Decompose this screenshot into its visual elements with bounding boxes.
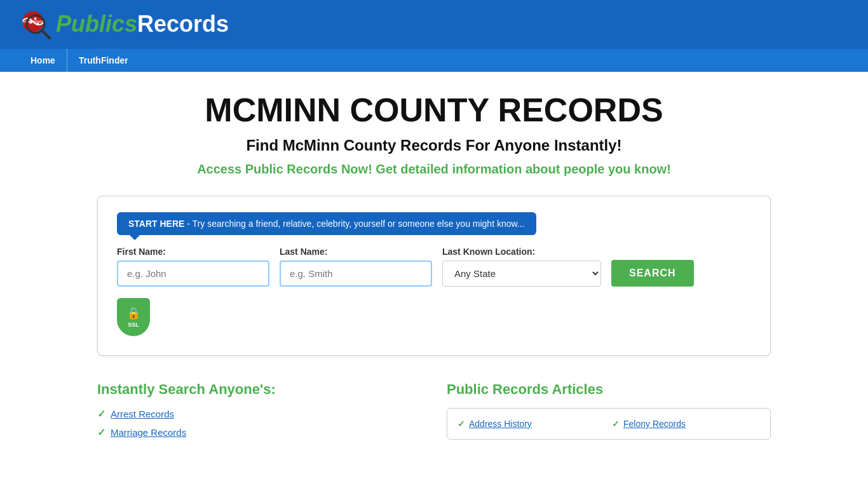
felony-records-link[interactable]: Felony Records — [623, 419, 686, 429]
first-name-group: First Name: — [117, 247, 269, 287]
articles-section: Public Records Articles ✓ Address Histor… — [447, 381, 771, 445]
site-header: ★ ★ ★ PublicsRecords — [0, 0, 868, 48]
article-item-felony: ✓ Felony Records — [612, 419, 760, 429]
svg-line-6 — [42, 30, 50, 38]
location-group: Last Known Location: Any State Alabama A… — [442, 247, 601, 287]
search-button[interactable]: SEARCH — [611, 260, 694, 287]
list-item-arrest: ✓ Arrest Records — [97, 408, 421, 420]
arrest-records-link[interactable]: Arrest Records — [111, 409, 174, 419]
tooltip-bar: START HERE - Try searching a friend, rel… — [117, 212, 536, 235]
lock-icon: 🔒 — [126, 306, 140, 320]
last-name-input[interactable] — [280, 261, 432, 287]
check-icon-marriage: ✓ — [97, 426, 105, 438]
first-name-input[interactable] — [117, 261, 269, 287]
state-select[interactable]: Any State Alabama Alaska Arizona Arkansa… — [442, 261, 601, 287]
articles-grid: ✓ Address History ✓ Felony Records — [458, 419, 760, 429]
nav-link-home[interactable]: Home — [19, 49, 67, 72]
address-history-link[interactable]: Address History — [469, 419, 532, 429]
tooltip-text: - Try searching a friend, relative, cele… — [187, 219, 524, 229]
logo-text: PublicsRecords — [56, 11, 229, 37]
nav-item-home[interactable]: Home — [19, 49, 67, 72]
nav-link-truthfinder[interactable]: TruthFinder — [67, 49, 140, 72]
article-item-address: ✓ Address History — [458, 419, 606, 429]
ssl-badge: 🔒 SSL — [117, 298, 751, 336]
records-list: ✓ Arrest Records ✓ Marriage Records — [97, 408, 421, 438]
bottom-sections: Instantly Search Anyone's: ✓ Arrest Reco… — [97, 381, 771, 445]
nav-item-truthfinder[interactable]: TruthFinder — [67, 49, 140, 72]
ssl-shield: 🔒 SSL — [117, 298, 150, 336]
last-name-label: Last Name: — [280, 247, 432, 257]
list-item-marriage: ✓ Marriage Records — [97, 426, 421, 438]
search-box: START HERE - Try searching a friend, rel… — [97, 196, 771, 356]
marriage-records-link[interactable]: Marriage Records — [111, 427, 186, 438]
page-subtitle: Find McMinn County Records For Anyone In… — [97, 137, 771, 154]
page-tagline: Access Public Records Now! Get detailed … — [97, 162, 771, 177]
articles-title: Public Records Articles — [447, 381, 771, 398]
last-name-group: Last Name: — [280, 247, 432, 287]
instantly-search-title: Instantly Search Anyone's: — [97, 381, 421, 398]
page-title: MCMINN COUNTY RECORDS — [97, 91, 771, 129]
main-content: MCMINN COUNTY RECORDS Find McMinn County… — [85, 72, 783, 464]
logo-icon: ★ ★ ★ — [19, 8, 52, 41]
check-icon-felony: ✓ — [612, 419, 620, 429]
articles-box: ✓ Address History ✓ Felony Records — [447, 408, 771, 440]
svg-text:★: ★ — [36, 21, 40, 27]
first-name-label: First Name: — [117, 247, 269, 257]
logo: ★ ★ ★ PublicsRecords — [19, 8, 229, 41]
check-icon-arrest: ✓ — [97, 408, 105, 420]
search-fields: First Name: Last Name: Last Known Locati… — [117, 247, 751, 287]
check-icon-address: ✓ — [458, 419, 465, 429]
main-nav: Home TruthFinder — [0, 48, 868, 72]
instantly-search-section: Instantly Search Anyone's: ✓ Arrest Reco… — [97, 381, 421, 445]
location-label: Last Known Location: — [442, 247, 601, 257]
